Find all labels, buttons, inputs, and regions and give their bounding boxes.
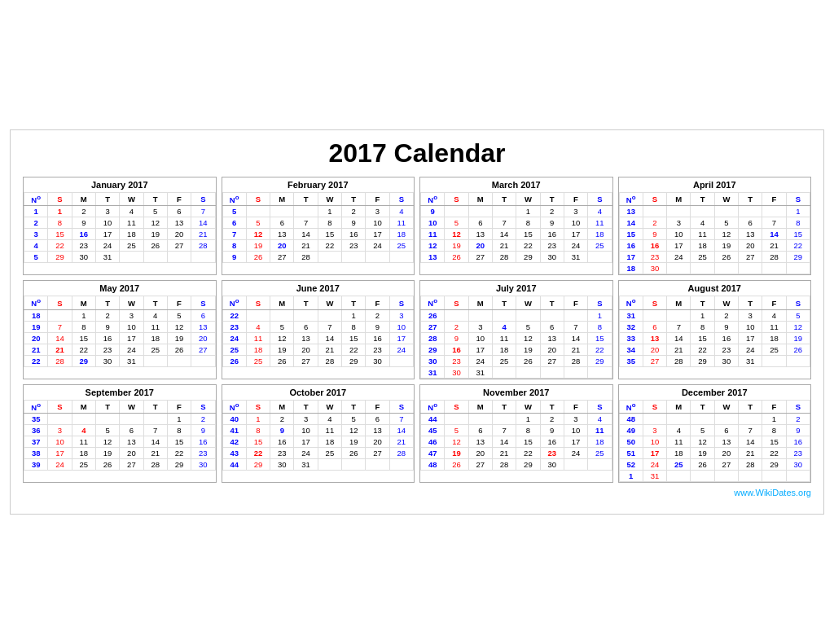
cal-cell: 21 xyxy=(492,447,516,458)
col-header: S xyxy=(786,400,810,413)
cal-cell: 28 xyxy=(492,252,516,263)
cal-cell: 22 xyxy=(588,344,612,355)
cal-cell: 15 xyxy=(48,229,72,240)
col-header: No xyxy=(222,400,246,413)
cal-cell: 9 xyxy=(95,321,119,332)
cal-cell: 15 xyxy=(167,436,191,447)
cal-cell: 3 xyxy=(95,206,119,217)
cal-cell: 3 xyxy=(389,309,413,321)
month-title: February 2017 xyxy=(222,177,415,192)
cal-cell: 18 xyxy=(318,436,341,447)
cal-cell xyxy=(739,206,762,217)
month-table: NoSMTWTFS2612723456782891011121314152916… xyxy=(420,296,612,378)
cal-cell: 30 xyxy=(643,263,666,274)
cal-cell: 1 xyxy=(72,309,95,321)
cal-cell: 16 xyxy=(714,332,738,344)
cal-cell: 23 xyxy=(643,252,666,263)
month-title: March 2017 xyxy=(420,177,612,192)
col-header: T xyxy=(691,400,714,413)
cal-cell: 25 xyxy=(246,355,270,366)
cal-cell: 9 xyxy=(540,217,564,229)
cal-cell: 18 xyxy=(588,229,612,240)
cal-cell: 27 xyxy=(739,252,762,263)
cal-cell: 5 xyxy=(445,424,468,436)
cal-cell: 24 xyxy=(366,240,389,252)
cal-cell: 18 xyxy=(120,229,143,240)
cal-cell: 19 xyxy=(246,240,270,252)
cal-cell xyxy=(762,470,786,481)
cal-cell: 7 xyxy=(762,217,786,229)
cal-cell: 23 xyxy=(270,447,294,458)
cal-cell: 3 xyxy=(366,206,389,217)
col-header: W xyxy=(318,193,341,206)
cal-cell xyxy=(492,206,516,217)
cal-cell: 17 xyxy=(619,252,643,263)
col-header: M xyxy=(72,296,95,309)
month-table: NoSMTWTFS4812493456789501011121314151651… xyxy=(619,400,811,482)
cal-cell: 16 xyxy=(72,229,95,240)
cal-cell: 3 xyxy=(24,229,48,240)
cal-cell: 10 xyxy=(564,424,587,436)
cal-cell: 8 xyxy=(342,321,366,332)
col-header: F xyxy=(564,296,587,309)
cal-cell xyxy=(294,206,318,217)
cal-cell: 30 xyxy=(366,355,389,366)
month-block: February 2017NoSMTWTFS512346567891011712… xyxy=(222,177,415,275)
col-header: M xyxy=(270,400,294,413)
cal-cell: 22 xyxy=(318,240,341,252)
cal-cell: 10 xyxy=(667,229,691,240)
month-table: NoSMTWTFS1812345619789101112132014151617… xyxy=(24,296,216,366)
cal-cell: 1 xyxy=(762,413,786,424)
cal-cell: 17 xyxy=(294,436,318,447)
cal-cell: 30 xyxy=(540,458,564,470)
cal-cell xyxy=(786,470,810,481)
cal-cell: 8 xyxy=(48,217,72,229)
col-header: No xyxy=(24,400,48,413)
cal-cell xyxy=(445,206,468,217)
cal-cell: 28 xyxy=(318,355,341,366)
cal-cell: 26 xyxy=(222,355,246,366)
cal-cell: 3 xyxy=(667,217,691,229)
cal-cell: 23 xyxy=(540,447,564,458)
col-header: W xyxy=(516,400,540,413)
cal-cell: 17 xyxy=(48,447,72,458)
cal-cell: 16 xyxy=(540,436,564,447)
cal-cell: 19 xyxy=(714,240,738,252)
cal-cell: 8 xyxy=(167,424,191,436)
cal-cell: 20 xyxy=(643,344,666,355)
cal-cell: 16 xyxy=(191,436,215,447)
cal-cell: 5 xyxy=(342,413,366,424)
cal-cell: 23 xyxy=(342,240,366,252)
cal-cell: 1 xyxy=(516,413,540,424)
col-header: S xyxy=(246,193,270,206)
col-header: S xyxy=(445,193,468,206)
col-header: W xyxy=(120,193,143,206)
cal-cell: 7 xyxy=(739,424,762,436)
cal-cell: 12 xyxy=(270,332,294,344)
cal-cell: 17 xyxy=(667,240,691,252)
cal-cell: 3 xyxy=(468,321,492,332)
cal-cell: 14 xyxy=(191,217,215,229)
cal-cell: 11 xyxy=(492,332,516,344)
cal-cell: 19 xyxy=(786,332,810,344)
month-title: April 2017 xyxy=(619,177,811,192)
col-header: S xyxy=(389,296,413,309)
cal-cell: 6 xyxy=(294,321,318,332)
cal-cell: 20 xyxy=(468,447,492,458)
cal-cell: 23 xyxy=(445,355,468,366)
cal-cell xyxy=(667,413,691,424)
cal-cell: 16 xyxy=(445,344,468,355)
col-header: M xyxy=(468,193,492,206)
cal-cell: 22 xyxy=(516,447,540,458)
cal-cell: 13 xyxy=(468,436,492,447)
cal-cell xyxy=(762,206,786,217)
cal-cell xyxy=(667,263,691,274)
cal-cell: 3 xyxy=(294,413,318,424)
cal-cell: 16 xyxy=(786,436,810,447)
cal-cell: 5 xyxy=(691,424,714,436)
cal-cell: 13 xyxy=(120,436,143,447)
col-header: F xyxy=(366,193,389,206)
cal-cell: 6 xyxy=(540,321,564,332)
col-header: T xyxy=(95,193,119,206)
cal-cell: 26 xyxy=(143,240,167,252)
